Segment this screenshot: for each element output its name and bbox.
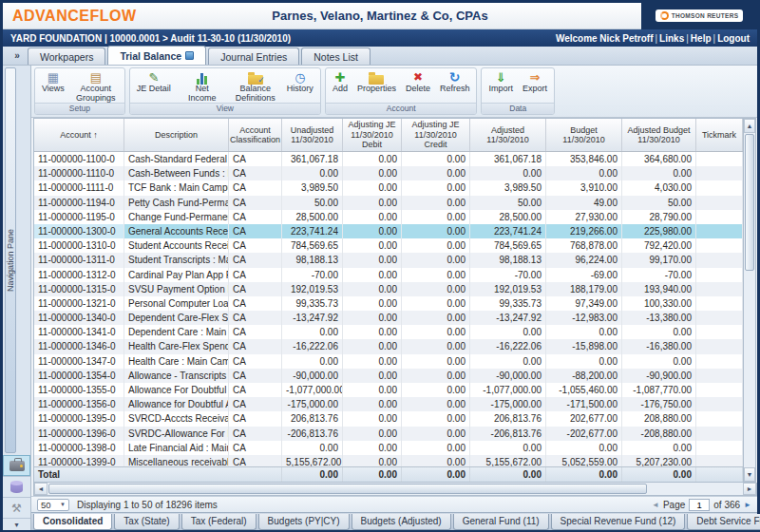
module-tabstrip: » WorkpapersTrial BalanceJournal Entries… bbox=[3, 47, 757, 66]
cell-tickmark bbox=[696, 152, 743, 166]
cell-unadjusted: -175,000.00 bbox=[282, 397, 343, 411]
table-row[interactable]: 11-000000-1310-0Student Accounts Receiva… bbox=[34, 238, 743, 253]
table-row[interactable]: 11-000000-1111-0TCF Bank : Main CampusCA… bbox=[34, 180, 743, 195]
table-row[interactable]: 11-000000-1346-0Health Care-Flex Spendin… bbox=[34, 339, 743, 353]
table-row[interactable]: 11-000000-1315-0SVSU Payment Option Plan… bbox=[34, 282, 743, 296]
prev-page-button[interactable]: ◄ bbox=[652, 501, 659, 509]
separator: | bbox=[712, 33, 718, 44]
cell-account: 11-000000-1398-0 bbox=[34, 441, 124, 455]
column-header-budget[interactable]: Budget 11/30/2010 bbox=[546, 119, 622, 151]
sidebar-item-tools[interactable]: ⚒ bbox=[3, 497, 30, 518]
properties-button[interactable]: Properties bbox=[352, 68, 401, 103]
cell-budget: -202,677.00 bbox=[546, 427, 622, 441]
cell-account: 11-000000-1346-0 bbox=[34, 339, 124, 353]
column-header-je-credit[interactable]: Adjusting JE 11/30/2010 Credit bbox=[402, 119, 470, 151]
table-row[interactable]: 11-000000-1100-0Cash-Standard Federal Ba… bbox=[34, 152, 743, 166]
table-row[interactable]: 11-000000-1396-0SVRDC-Allowance For Dbt … bbox=[34, 427, 743, 441]
table-row[interactable]: 11-000000-1300-0General Accounts Receiva… bbox=[34, 224, 743, 238]
refresh-button[interactable]: ↻Refresh bbox=[435, 68, 475, 103]
table-row[interactable]: 11-000000-1398-0Late Financial Aid : Mai… bbox=[34, 441, 743, 455]
cell-unadjusted: 192,019.53 bbox=[282, 282, 343, 296]
vertical-scrollbar[interactable]: ▲ ▼ bbox=[743, 118, 756, 483]
view-tab-consolidated[interactable]: Consolidated bbox=[33, 514, 112, 530]
view-tab-tax-state[interactable]: Tax (State) bbox=[114, 514, 179, 530]
export-button[interactable]: ⇒Export bbox=[518, 68, 552, 103]
column-header-adjusted-budget[interactable]: Adjusted Budget 11/30/2010 bbox=[622, 119, 696, 151]
view-tab-budgets-py-cy[interactable]: Budgets (PY|CY) bbox=[258, 514, 350, 530]
sidebar-more-button[interactable]: ▾ bbox=[3, 518, 30, 530]
import-button[interactable]: ⇓Import bbox=[484, 68, 518, 103]
next-page-button[interactable]: ► bbox=[744, 501, 751, 509]
je-detail-button[interactable]: ✎JE Detail bbox=[132, 68, 176, 103]
cell-budget: 0.00 bbox=[546, 166, 622, 180]
view-tab-general-fund-11[interactable]: General Fund (11) bbox=[453, 514, 549, 530]
table-row[interactable]: 11-000000-1399-0Miscellaneous receivable… bbox=[34, 455, 743, 466]
view-tab-debt-service-fund-13[interactable]: Debt Service Fund (13) bbox=[687, 514, 760, 530]
cell-budget: 0.00 bbox=[546, 325, 622, 339]
scroll-left-arrow[interactable]: ◄ bbox=[34, 483, 48, 495]
cell-adjusted: -13,247.92 bbox=[470, 311, 546, 325]
nav-pane-expand-button[interactable]: » bbox=[7, 50, 28, 61]
horizontal-scrollbar[interactable]: ◄ ► bbox=[33, 483, 757, 496]
view-tab-special-revenue-fund-12[interactable]: Special Revenue Fund (12) bbox=[551, 514, 686, 530]
table-row[interactable]: 11-000000-1356-0Allowance for Doubtful A… bbox=[34, 397, 743, 411]
views-button[interactable]: ▦Views bbox=[37, 68, 69, 103]
cell-je-credit: 0.00 bbox=[402, 354, 470, 369]
table-row[interactable]: 11-000000-1354-0Allowance - Transcripts … bbox=[34, 369, 743, 383]
delete-button[interactable]: ✖Delete bbox=[401, 68, 435, 103]
cell-adjusted-budget: 0.00 bbox=[622, 325, 696, 339]
toolbar-button-label: Add bbox=[332, 85, 348, 94]
column-header-classification[interactable]: Account Classification bbox=[229, 119, 282, 151]
vertical-scroll-track[interactable] bbox=[744, 133, 755, 467]
navigation-pane-strip[interactable]: Navigation Pane bbox=[5, 67, 16, 453]
table-row[interactable]: 11-000000-1321-0Personal Computer LoansC… bbox=[34, 296, 743, 311]
add-button[interactable]: ✚Add bbox=[328, 68, 352, 103]
column-header-adjusted[interactable]: Adjusted 11/30/2010 bbox=[470, 119, 546, 151]
cell-je-credit: 0.00 bbox=[402, 224, 470, 238]
horizontal-scroll-thumb[interactable] bbox=[48, 484, 647, 494]
sidebar-item-workpapers[interactable] bbox=[3, 455, 30, 476]
cell-adjusted-budget: -1,087,770.00 bbox=[622, 383, 696, 397]
table-row[interactable]: 11-000000-1355-0Allowance For Doubtful A… bbox=[34, 383, 743, 397]
page-number-input[interactable] bbox=[689, 499, 710, 511]
column-header-unadjusted[interactable]: Unadjusted 11/30/2010 bbox=[282, 119, 343, 151]
view-tab-tax-federal[interactable]: Tax (Federal) bbox=[181, 514, 256, 530]
cell-unadjusted: -16,222.06 bbox=[282, 339, 343, 353]
horizontal-scroll-track[interactable] bbox=[48, 483, 743, 495]
account-groupings-button[interactable]: ▤Account Groupings bbox=[69, 68, 123, 103]
table-row[interactable]: 11-000000-1195-0Change Fund-Permanent : … bbox=[34, 210, 743, 224]
logout-link[interactable]: Logout bbox=[717, 33, 750, 44]
table-row[interactable]: 11-000000-1110-0Cash-Between Funds : Mai… bbox=[34, 166, 743, 180]
help-link[interactable]: Help bbox=[691, 33, 712, 44]
scroll-right-arrow[interactable]: ► bbox=[743, 483, 756, 495]
tab-workpapers[interactable]: Workpapers bbox=[28, 48, 105, 65]
page-size-select[interactable]: 50 ▼ bbox=[37, 499, 69, 511]
scroll-up-arrow[interactable]: ▲ bbox=[744, 119, 755, 133]
history-button[interactable]: ◷History bbox=[282, 68, 318, 103]
column-header-description[interactable]: Description bbox=[124, 119, 229, 151]
column-header-tickmark[interactable]: Tickmark bbox=[696, 119, 743, 151]
column-header-je-debit[interactable]: Adjusting JE 11/30/2010 Debit bbox=[343, 119, 402, 151]
tab-notes-list[interactable]: Notes List bbox=[301, 48, 370, 65]
net-income-button[interactable]: Net Income bbox=[176, 68, 229, 103]
table-row[interactable]: 11-000000-1340-0Dependent Care-Flex Spen… bbox=[34, 311, 743, 325]
tab-journal-entries[interactable]: Journal Entries bbox=[208, 48, 299, 65]
view-tab-budgets-adjusted[interactable]: Budgets (Adjusted) bbox=[352, 514, 451, 530]
tab-trial-balance[interactable]: Trial Balance bbox=[107, 46, 206, 65]
cell-je-debit: 0.00 bbox=[343, 397, 402, 411]
links-link[interactable]: Links bbox=[659, 33, 684, 44]
cell-account: 11-000000-1311-0 bbox=[34, 253, 124, 267]
table-row[interactable]: 11-000000-1341-0Dependent Care : Main Ca… bbox=[34, 325, 743, 339]
column-header-account[interactable]: Account ↑ bbox=[34, 119, 124, 151]
toolbar-button-label: JE Detail bbox=[137, 85, 171, 94]
vertical-scroll-thumb[interactable] bbox=[745, 134, 754, 271]
table-row[interactable]: 11-000000-1395-0SVRCD-Acccts Receivable … bbox=[34, 411, 743, 426]
table-row[interactable]: 11-000000-1312-0Cardinal Pay Plan App Fe… bbox=[34, 268, 743, 282]
table-row[interactable]: 11-000000-1311-0Student Transcripts : Ma… bbox=[34, 253, 743, 267]
scroll-down-arrow[interactable]: ▼ bbox=[744, 467, 755, 482]
cell-tickmark bbox=[696, 166, 743, 180]
sidebar-item-database[interactable] bbox=[3, 476, 30, 497]
table-row[interactable]: 11-000000-1347-0Health Care : Main Campu… bbox=[34, 354, 743, 369]
table-row[interactable]: 11-000000-1194-0Petty Cash Fund-Permanen… bbox=[34, 196, 743, 210]
balance-definitions-button[interactable]: Balance Definitions bbox=[229, 68, 282, 103]
